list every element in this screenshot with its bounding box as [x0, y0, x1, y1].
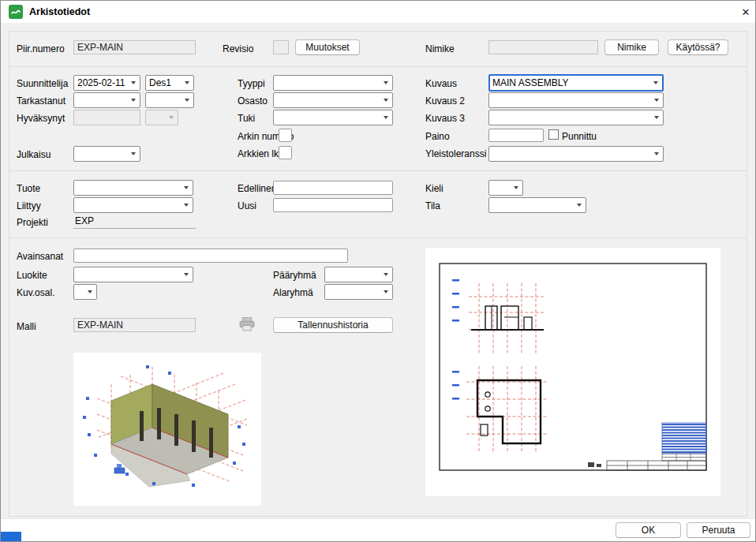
- chevron-down-icon: [384, 99, 388, 102]
- chevron-down-icon: [653, 81, 658, 84]
- chevron-down-icon: [514, 186, 518, 189]
- kuv-osal-select[interactable]: [73, 284, 97, 300]
- nimike-button[interactable]: Nimike: [604, 39, 659, 55]
- punnittu-label: Punnittu: [562, 131, 597, 142]
- suunnittelija-code-select[interactable]: Des1: [145, 75, 194, 91]
- uusi-label: Uusi: [238, 200, 256, 211]
- tarkastanut-code-select[interactable]: [145, 92, 194, 108]
- luokite-label: Luokite: [17, 270, 47, 281]
- arkistotiedot-dialog: Arkistotiedot ✕ Piir.numero EXP-MAIN Rev…: [0, 0, 756, 542]
- punnittu-checkbox[interactable]: [548, 129, 559, 140]
- tuote-label: Tuote: [17, 183, 40, 194]
- tuote-select[interactable]: [73, 180, 193, 196]
- alaryhma-select[interactable]: [324, 284, 393, 300]
- model-3d-preview-image: [73, 353, 261, 506]
- revisio-field: [273, 40, 289, 54]
- paino-label: Paino: [425, 131, 450, 142]
- chevron-down-icon: [654, 116, 659, 119]
- malli-field: EXP-MAIN: [73, 318, 196, 332]
- kuvaus-value: MAIN ASSEMBLY: [492, 77, 568, 88]
- kuv-osal-label: Kuv.osal.: [17, 287, 54, 298]
- hyvaksynyt-code-select: [145, 110, 178, 125]
- chevron-down-icon: [131, 81, 136, 84]
- yleistoleranssi-select[interactable]: [488, 146, 664, 162]
- ok-button[interactable]: OK: [616, 522, 681, 538]
- title-bar: Arkistotiedot ✕: [1, 1, 756, 23]
- nimike-label: Nimike: [425, 43, 455, 54]
- chevron-down-icon: [184, 204, 189, 207]
- background-fragment: [1, 532, 21, 542]
- chevron-down-icon: [184, 186, 189, 189]
- drawing-2d-preview-image: [425, 248, 720, 496]
- window-title: Arkistotiedot: [29, 6, 90, 17]
- chevron-down-icon: [131, 99, 136, 102]
- chevron-down-icon: [169, 116, 174, 119]
- kuvaus-select[interactable]: MAIN ASSEMBLY: [488, 74, 664, 92]
- suunnittelija-date-value: 2025-02-11: [77, 77, 125, 88]
- chevron-down-icon: [88, 290, 92, 293]
- kuvaus-label: Kuvaus: [425, 78, 457, 89]
- osasto-select[interactable]: [273, 92, 393, 108]
- edellinen-input[interactable]: [273, 181, 393, 195]
- chevron-down-icon: [131, 152, 136, 155]
- hyvaksynyt-label: Hyväksynyt: [17, 113, 65, 124]
- tuki-label: Tuki: [238, 113, 255, 124]
- tarkastanut-date-select[interactable]: [73, 92, 140, 108]
- piir-numero-label: Piir.numero: [17, 43, 65, 54]
- chevron-down-icon: [654, 99, 659, 102]
- projekti-value: EXP: [73, 215, 196, 229]
- avainsanat-input[interactable]: [73, 249, 348, 263]
- kieli-select[interactable]: [488, 180, 523, 196]
- revisio-label: Revisio: [223, 43, 253, 54]
- chevron-down-icon: [185, 99, 189, 102]
- avainsanat-label: Avainsanat: [17, 251, 63, 262]
- paaryhma-label: Pääryhmä: [273, 270, 316, 281]
- nimike-field: [488, 40, 598, 54]
- chevron-down-icon: [184, 273, 189, 276]
- tyyppi-label: Tyyppi: [238, 78, 265, 89]
- cancel-button[interactable]: Peruuta: [687, 522, 750, 538]
- suunnittelija-code-value: Des1: [149, 77, 171, 88]
- separator: [9, 237, 747, 238]
- yleistoleranssi-label: Yleistoleranssi: [425, 148, 486, 159]
- kaytossa-button[interactable]: Käytössä?: [668, 39, 728, 55]
- suunnittelija-date-select[interactable]: 2025-02-11: [73, 75, 140, 91]
- piir-numero-field: EXP-MAIN: [73, 40, 196, 54]
- kuvaus3-label: Kuvaus 3: [425, 113, 465, 124]
- kuvaus2-select[interactable]: [488, 92, 664, 108]
- arkkien-lkm-input[interactable]: [279, 146, 292, 159]
- projekti-label: Projekti: [17, 217, 48, 228]
- luokite-select[interactable]: [73, 267, 193, 282]
- uusi-input[interactable]: [273, 198, 393, 212]
- arkin-numero-input[interactable]: [279, 129, 292, 142]
- muutokset-button[interactable]: Muutokset: [295, 39, 360, 55]
- julkaisu-select[interactable]: [73, 146, 140, 162]
- hyvaksynyt-date-field: [73, 110, 140, 125]
- tila-label: Tila: [425, 200, 440, 211]
- tallennushistoria-button[interactable]: Tallennushistoria: [273, 317, 393, 333]
- kuvaus2-label: Kuvaus 2: [425, 95, 465, 107]
- chevron-down-icon: [185, 81, 189, 84]
- kieli-label: Kieli: [425, 183, 443, 194]
- print-icon: [239, 317, 255, 331]
- osasto-label: Osasto: [238, 95, 268, 107]
- tila-select[interactable]: [488, 197, 586, 213]
- chevron-down-icon: [384, 81, 388, 84]
- chevron-down-icon: [384, 290, 388, 293]
- malli-label: Malli: [17, 321, 36, 332]
- julkaisu-label: Julkaisu: [17, 149, 51, 160]
- tuki-select[interactable]: [273, 110, 393, 125]
- chevron-down-icon: [577, 204, 582, 207]
- liittyy-select[interactable]: [73, 197, 193, 213]
- paino-input[interactable]: [488, 129, 544, 142]
- liittyy-label: Liittyy: [17, 200, 41, 211]
- app-icon: [9, 5, 23, 19]
- chevron-down-icon: [384, 273, 388, 276]
- kuvaus3-select[interactable]: [488, 110, 664, 125]
- tarkastanut-label: Tarkastanut: [17, 95, 65, 107]
- tyyppi-select[interactable]: [273, 75, 393, 91]
- close-icon[interactable]: ✕: [738, 5, 754, 19]
- paaryhma-select[interactable]: [324, 267, 393, 282]
- separator: [9, 170, 747, 171]
- chevron-down-icon: [654, 152, 659, 155]
